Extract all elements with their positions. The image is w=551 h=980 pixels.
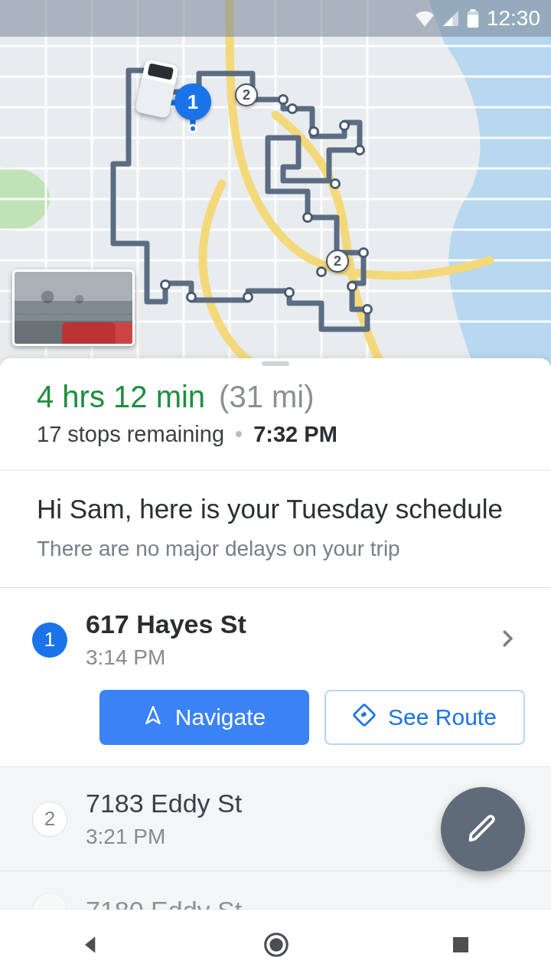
navigate-icon — [143, 704, 163, 732]
wifi-icon — [415, 10, 435, 27]
directions-icon — [353, 704, 376, 732]
stop-badge: 2 — [32, 802, 67, 837]
bottom-sheet: 4 hrs 12 min (31 mi) 17 stops remaining … — [0, 358, 551, 980]
svg-point-25 — [269, 938, 282, 951]
see-route-button[interactable]: See Route — [324, 690, 525, 745]
waypoint-dot — [339, 120, 350, 131]
see-route-label: See Route — [388, 704, 497, 730]
svg-rect-2 — [470, 9, 475, 12]
separator-dot: • — [235, 422, 243, 447]
stop-time: 3:14 PM — [86, 645, 478, 670]
waypoint-dot — [347, 281, 357, 292]
current-location-dot — [188, 124, 197, 133]
waypoint-dot — [316, 266, 327, 277]
streetview-thumbnail[interactable] — [12, 270, 135, 346]
waypoint-dot — [243, 292, 253, 302]
waypoint-dot — [354, 145, 365, 155]
status-time: 12:30 — [487, 6, 540, 31]
waypoint-dot — [160, 279, 171, 290]
greeting-sub: There are no major delays on your trip — [37, 537, 514, 561]
chevron-right-icon — [496, 627, 519, 653]
greeting-block: Hi Sam, here is your Tuesday schedule Th… — [0, 471, 551, 588]
battery-icon — [467, 9, 479, 28]
waypoint-dot — [186, 292, 197, 302]
route-map[interactable]: 1 2 2 — [0, 0, 551, 368]
route-duration: 4 hrs 12 min — [37, 380, 205, 414]
android-navbar — [0, 910, 551, 980]
navigate-label: Navigate — [175, 704, 266, 730]
sheet-drag-handle[interactable] — [262, 361, 289, 366]
nav-back-icon[interactable] — [79, 933, 103, 957]
navigate-button[interactable]: Navigate — [99, 690, 309, 745]
waypoint-dot — [284, 287, 295, 298]
waypoint-dot — [278, 94, 289, 105]
map-badge-stop-1[interactable]: 1 — [174, 83, 211, 120]
waypoint-dot — [287, 103, 298, 114]
greeting-headline: Hi Sam, here is your Tuesday schedule — [37, 494, 514, 524]
nav-home-icon[interactable] — [262, 930, 291, 959]
route-eta: 7:32 PM — [253, 422, 337, 447]
svg-rect-26 — [453, 937, 468, 952]
waypoint-dot — [330, 178, 341, 189]
route-distance: (31 mi) — [219, 380, 314, 414]
waypoint-dot — [362, 304, 373, 315]
stop-item-active[interactable]: 1 617 Hayes St 3:14 PM Navigate See Rout… — [0, 588, 551, 767]
svg-rect-1 — [468, 15, 478, 28]
edit-fab[interactable] — [441, 787, 525, 871]
waypoint-dot — [308, 126, 319, 137]
waypoint-dot — [302, 212, 313, 223]
stops-remaining: 17 stops remaining — [37, 422, 224, 447]
pencil-icon — [466, 811, 500, 848]
stop-badge: 1 — [32, 622, 67, 658]
waypoint-dot — [358, 247, 369, 258]
map-badge-stop-2b[interactable]: 2 — [326, 250, 349, 273]
stop-address: 617 Hayes St — [86, 609, 478, 639]
cell-signal-icon — [442, 10, 459, 27]
nav-recent-icon[interactable] — [449, 933, 472, 956]
route-summary: 4 hrs 12 min (31 mi) 17 stops remaining … — [0, 358, 551, 471]
status-bar: 12:30 — [0, 0, 551, 37]
map-badge-stop-2a[interactable]: 2 — [235, 83, 258, 106]
